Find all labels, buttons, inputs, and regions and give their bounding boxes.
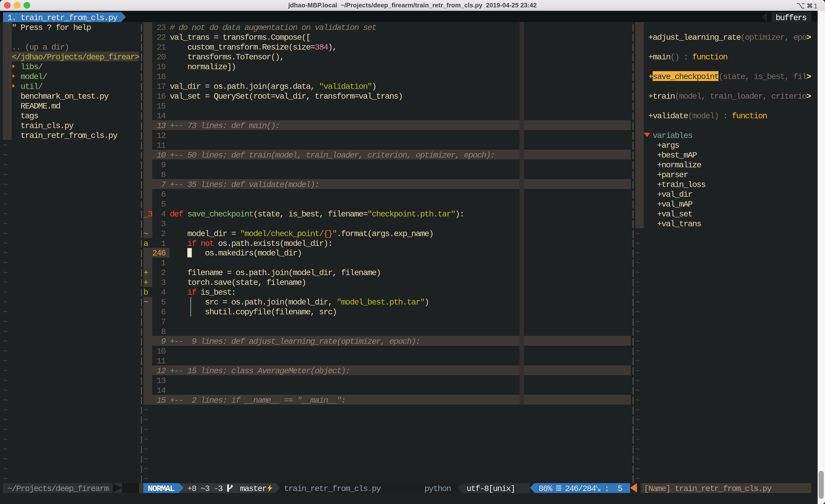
svg-text:N: N [598, 488, 600, 492]
svg-text:L: L [596, 484, 598, 488]
svg-text:1: 1 [814, 2, 818, 10]
